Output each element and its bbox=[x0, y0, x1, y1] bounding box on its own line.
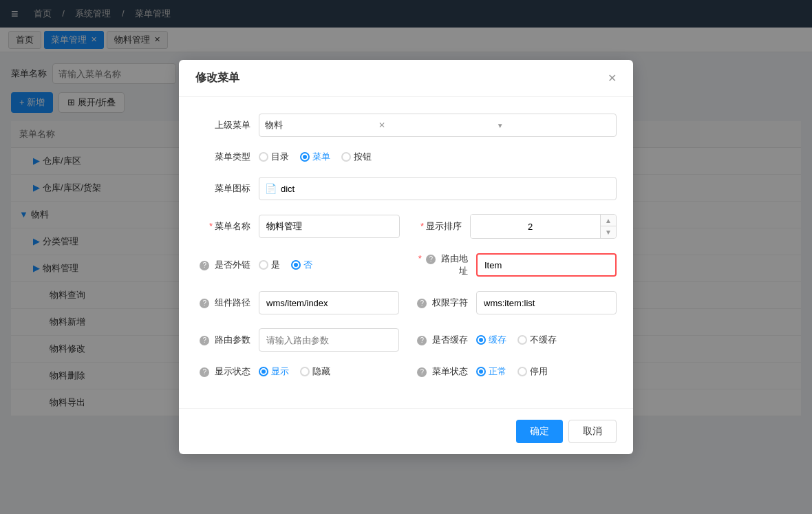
menu-type-option-menu[interactable]: 菜单 bbox=[300, 151, 330, 163]
display-status-control: 显示 隐藏 bbox=[259, 365, 399, 378]
parent-menu-clear-icon[interactable]: ✕ bbox=[378, 120, 492, 130]
menu-type-radio-button[interactable] bbox=[341, 152, 351, 162]
parent-menu-select[interactable]: 物料 ✕ ▼ bbox=[259, 114, 617, 137]
cache-radio-yes[interactable] bbox=[476, 335, 486, 345]
routeparam-cache-row: ? 路由参数 ? 是否缓存 缓存 bbox=[195, 328, 617, 352]
external-link-no-label: 否 bbox=[303, 259, 312, 271]
permission-help-icon[interactable]: ? bbox=[417, 299, 427, 308]
external-link-label: ? 是否外链 bbox=[195, 259, 250, 271]
name-sort-row: 菜单名称 物料管理 显示排序 2 ▲ ▼ bbox=[195, 214, 617, 239]
route-param-input[interactable] bbox=[259, 328, 399, 352]
menu-type-label: 菜单类型 bbox=[195, 151, 250, 163]
menu-type-menu-label: 菜单 bbox=[312, 151, 330, 163]
modal-footer: 确定 取消 bbox=[179, 408, 633, 427]
menu-status-radio-disabled[interactable] bbox=[517, 367, 527, 376]
display-sort-control: 2 ▲ ▼ bbox=[470, 214, 617, 239]
component-permission-row: ? 组件路径 wms/item/index ? 权限字符 wms:item:li… bbox=[195, 291, 617, 314]
modal-close-button[interactable]: ✕ bbox=[608, 72, 617, 85]
cache-no-label: 不缓存 bbox=[530, 334, 557, 346]
menu-type-option-directory[interactable]: 目录 bbox=[259, 151, 289, 163]
external-link-no[interactable]: 否 bbox=[291, 259, 312, 271]
menu-type-button-label: 按钮 bbox=[354, 151, 372, 163]
modal-body: 上级菜单 物料 ✕ ▼ 菜单类型 目录 bbox=[179, 97, 633, 408]
menu-status-label: ? 菜单状态 bbox=[413, 365, 468, 378]
display-hide[interactable]: 隐藏 bbox=[300, 365, 330, 378]
display-menu-status-row: ? 显示状态 显示 隐藏 bbox=[195, 365, 617, 378]
cache-no[interactable]: 不缓存 bbox=[517, 334, 557, 346]
menu-type-radio-menu[interactable] bbox=[300, 152, 310, 162]
component-path-input[interactable]: wms/item/index bbox=[259, 291, 399, 314]
menu-type-row: 菜单类型 目录 菜单 按钮 bbox=[195, 151, 617, 163]
route-path-label: ? 路由地址 bbox=[413, 253, 468, 277]
confirm-button[interactable]: 确定 bbox=[516, 420, 563, 427]
menu-icon-row: 菜单图标 📄 dict bbox=[195, 177, 617, 200]
external-link-radio-no[interactable] bbox=[291, 260, 301, 270]
external-link-yes[interactable]: 是 bbox=[259, 259, 280, 271]
menu-status-control: 正常 停用 bbox=[476, 365, 617, 378]
route-param-help-icon[interactable]: ? bbox=[200, 336, 209, 345]
permission-label: ? 权限字符 bbox=[413, 297, 468, 309]
component-path-label: ? 组件路径 bbox=[195, 297, 250, 309]
menu-type-option-button[interactable]: 按钮 bbox=[341, 151, 372, 163]
menu-icon-input-wrapper[interactable]: 📄 dict bbox=[259, 177, 617, 200]
display-show[interactable]: 显示 bbox=[259, 365, 289, 378]
menu-status-help-icon[interactable]: ? bbox=[417, 367, 427, 377]
route-path-help-icon[interactable]: ? bbox=[426, 255, 436, 264]
display-sort-input[interactable]: 2 bbox=[471, 215, 600, 238]
display-sort-number-input[interactable]: 2 ▲ ▼ bbox=[470, 214, 617, 239]
external-route-row: ? 是否外链 是 否 ? bbox=[195, 253, 617, 277]
external-link-radio-yes[interactable] bbox=[259, 260, 268, 270]
permission-control: wms:item:list bbox=[476, 291, 617, 314]
cache-radio-no[interactable] bbox=[517, 335, 527, 345]
external-link-help-icon[interactable]: ? bbox=[200, 261, 209, 270]
cancel-button[interactable]: 取消 bbox=[568, 420, 617, 427]
route-path-input[interactable]: Item bbox=[476, 253, 617, 277]
menu-icon-preview: 📄 bbox=[265, 183, 277, 194]
menu-name-control: 物料管理 bbox=[259, 215, 400, 238]
external-link-yes-label: 是 bbox=[271, 259, 280, 271]
menu-icon-control: 📄 dict bbox=[259, 177, 617, 200]
menu-name-label: 菜单名称 bbox=[195, 220, 250, 233]
route-param-control bbox=[259, 328, 399, 352]
parent-menu-control: 物料 ✕ ▼ bbox=[259, 114, 617, 137]
cache-radio-group: 缓存 不缓存 bbox=[476, 334, 617, 346]
menu-status-radio-group: 正常 停用 bbox=[476, 365, 617, 378]
menu-status-disabled[interactable]: 停用 bbox=[517, 365, 548, 378]
number-arrows: ▲ ▼ bbox=[600, 215, 616, 238]
cache-yes[interactable]: 缓存 bbox=[476, 334, 506, 346]
menu-icon-label: 菜单图标 bbox=[195, 182, 250, 195]
display-show-label: 显示 bbox=[271, 365, 289, 378]
parent-menu-value: 物料 bbox=[265, 119, 378, 131]
permission-input[interactable]: wms:item:list bbox=[476, 291, 617, 314]
display-radio-hide[interactable] bbox=[300, 367, 310, 376]
menu-status-normal-label: 正常 bbox=[489, 365, 506, 378]
menu-status-normal[interactable]: 正常 bbox=[476, 365, 506, 378]
route-param-label: ? 路由参数 bbox=[195, 334, 250, 346]
menu-type-control: 目录 菜单 按钮 bbox=[259, 151, 617, 163]
menu-name-input[interactable]: 物料管理 bbox=[259, 215, 400, 238]
number-down-arrow[interactable]: ▼ bbox=[601, 226, 616, 238]
external-link-radio-group: 是 否 bbox=[259, 259, 399, 271]
menu-type-radio-directory[interactable] bbox=[259, 152, 268, 162]
external-link-control: 是 否 bbox=[259, 259, 399, 271]
menu-status-radio-normal[interactable] bbox=[476, 367, 486, 376]
parent-menu-label: 上级菜单 bbox=[195, 119, 250, 131]
display-radio-show[interactable] bbox=[259, 367, 268, 376]
cache-control: 缓存 不缓存 bbox=[476, 334, 617, 346]
menu-type-directory-label: 目录 bbox=[271, 151, 289, 163]
component-path-help-icon[interactable]: ? bbox=[200, 299, 209, 308]
component-path-control: wms/item/index bbox=[259, 291, 399, 314]
modal-header: 修改菜单 ✕ bbox=[179, 60, 633, 97]
menu-status-disabled-label: 停用 bbox=[530, 365, 548, 378]
parent-menu-arrow-icon[interactable]: ▼ bbox=[497, 122, 610, 129]
parent-menu-row: 上级菜单 物料 ✕ ▼ bbox=[195, 114, 617, 137]
menu-icon-input[interactable]: dict bbox=[281, 184, 610, 194]
display-status-radio-group: 显示 隐藏 bbox=[259, 365, 399, 378]
display-status-label: ? 显示状态 bbox=[195, 365, 250, 378]
cache-label: ? 是否缓存 bbox=[413, 334, 468, 346]
cache-help-icon[interactable]: ? bbox=[417, 336, 427, 345]
display-status-help-icon[interactable]: ? bbox=[200, 367, 209, 377]
display-hide-label: 隐藏 bbox=[312, 365, 330, 378]
route-path-control: Item bbox=[476, 253, 617, 277]
number-up-arrow[interactable]: ▲ bbox=[601, 215, 616, 226]
